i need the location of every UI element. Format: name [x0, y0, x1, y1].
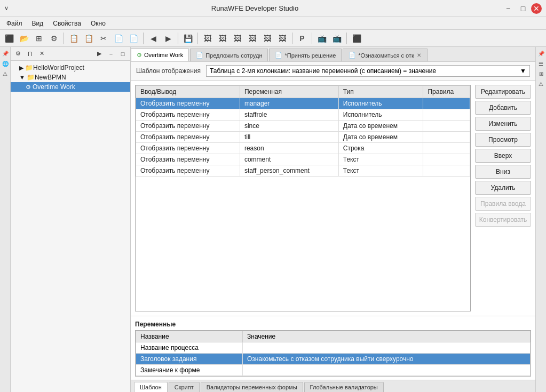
- lp-icon-1[interactable]: ⚙: [13, 49, 23, 59]
- bottom-tab-var-validators[interactable]: Валидаторы переменных формы: [201, 382, 303, 392]
- maximize-button[interactable]: □: [516, 3, 530, 14]
- bottom-tab-template[interactable]: Шаблон: [134, 382, 168, 392]
- lp-icon-3[interactable]: ✕: [36, 49, 47, 59]
- left-icon-2[interactable]: 🌐: [1, 59, 10, 68]
- tab-overtime-work[interactable]: ⚙ Overtime Work: [131, 49, 189, 61]
- cell-rules: [423, 121, 470, 132]
- tb-save[interactable]: 💾: [181, 31, 195, 45]
- cell-rules: [423, 154, 470, 165]
- tree-label-hello-world: HelloWorldProject: [33, 64, 84, 71]
- tab-bar: ⚙ Overtime Work 📄 Предложить сотрудн 📄 *…: [131, 47, 535, 62]
- data-table-row[interactable]: Отобразить переменну till Дата со времен…: [136, 132, 470, 143]
- cell-variable: manager: [240, 98, 338, 109]
- tab-accept-decision[interactable]: 📄 *Принять решение: [269, 49, 342, 61]
- tree-item-new-bpmn[interactable]: ▼ 📁 NewBPMN: [11, 73, 130, 82]
- btn-delete[interactable]: Удалить: [475, 181, 531, 195]
- tb-img4[interactable]: 🖼: [246, 31, 259, 45]
- lp-icon-pin[interactable]: ▶: [94, 49, 105, 59]
- left-icon-3[interactable]: ⚠: [1, 69, 10, 78]
- tb-monitor2[interactable]: 📺: [330, 31, 344, 45]
- tab-label-4: *Ознакомиться с отк: [358, 52, 414, 59]
- template-row: Шаблон отображения Таблица с 2-мя колонк…: [131, 62, 535, 81]
- tree-icon-folder-2: 📁: [27, 74, 35, 81]
- tree-label-new-bpmn: NewBPMN: [35, 74, 66, 81]
- tab-close-4[interactable]: ✕: [416, 52, 422, 58]
- var-table-row[interactable]: Заголовок задания Ознакомьтесь с отказом…: [136, 354, 531, 365]
- menu-file[interactable]: Файл: [2, 19, 27, 28]
- tb-img2[interactable]: 🖼: [216, 31, 230, 45]
- bottom-tab-global-validators[interactable]: Глобальные валидаторы: [304, 382, 384, 392]
- cell-io: Отобразить переменну: [136, 154, 240, 165]
- btn-up[interactable]: Вверх: [475, 149, 531, 163]
- tb-cut[interactable]: ✂: [97, 31, 110, 45]
- tb-open[interactable]: 📂: [17, 31, 31, 45]
- collapse-icon[interactable]: ∨: [4, 5, 9, 12]
- tb-copy1[interactable]: 📋: [67, 31, 81, 45]
- data-table-row[interactable]: Отобразить переменну staffrole Исполните…: [136, 109, 470, 121]
- col-header-variable: Переменная: [240, 86, 338, 98]
- tree-icon-folder-1: 📁: [25, 64, 33, 71]
- tb-sep-7: [346, 33, 347, 44]
- lp-icon-2[interactable]: П: [25, 49, 35, 59]
- tab-propose-employee[interactable]: 📄 Предложить сотрудн: [190, 49, 268, 61]
- side-icon-warning[interactable]: ⚠: [537, 79, 545, 88]
- tb-redo[interactable]: ▶: [161, 31, 175, 45]
- tb-img1[interactable]: 🖼: [201, 31, 215, 45]
- tb-p[interactable]: P: [295, 31, 309, 45]
- tb-sep-5: [292, 33, 292, 44]
- menu-properties[interactable]: Свойства: [49, 19, 85, 28]
- tb-grid[interactable]: ⊞: [32, 31, 46, 45]
- template-select[interactable]: Таблица с 2-мя колонками: название перем…: [206, 65, 530, 77]
- tb-undo[interactable]: ◀: [146, 31, 160, 45]
- menu-bar: Файл Вид Свойства Окно: [0, 17, 546, 30]
- data-table-row[interactable]: Отобразить переменну reason Строка: [136, 143, 470, 154]
- tb-sep-1: [64, 33, 64, 44]
- tb-img6[interactable]: 🖼: [275, 31, 289, 45]
- var-cell-value: Ознакомьтесь с отказом сотрудника выйти …: [243, 354, 531, 365]
- bottom-tab-script[interactable]: Скрипт: [169, 382, 200, 392]
- side-icon-grid[interactable]: ⊞: [537, 69, 545, 78]
- close-button[interactable]: ✕: [531, 3, 542, 14]
- lp-icon-max[interactable]: □: [117, 49, 128, 59]
- tb-settings[interactable]: ⚙: [47, 31, 61, 45]
- var-table-row[interactable]: Замечание к форме: [136, 365, 531, 376]
- left-icon-1[interactable]: 📌: [1, 49, 10, 58]
- tree-item-hello-world[interactable]: ▶ 📁 HelloWorldProject: [11, 63, 130, 73]
- var-table-row[interactable]: Название процесса: [136, 342, 531, 354]
- btn-add[interactable]: Добавить: [475, 101, 531, 115]
- tb-paste2[interactable]: 📄: [126, 31, 140, 45]
- window-controls: − □ ✕: [501, 3, 542, 14]
- tb-img5[interactable]: 🖼: [260, 31, 274, 45]
- cell-rules: [423, 143, 470, 154]
- tb-copy2[interactable]: 📋: [82, 31, 96, 45]
- tb-img3[interactable]: 🖼: [231, 31, 244, 45]
- minimize-button[interactable]: −: [501, 3, 515, 14]
- table-section: Ввод/Вывод Переменная Тип Правила Отобра…: [131, 81, 535, 316]
- var-col-name: Название: [136, 331, 243, 342]
- menu-view[interactable]: Вид: [28, 19, 48, 28]
- data-table-row[interactable]: Отобразить переменну staff_person_commen…: [136, 165, 470, 177]
- data-table-row[interactable]: Отобразить переменну manager Исполнитель: [136, 98, 470, 109]
- tree-item-overtime-work[interactable]: ⚙ Overtime Work: [11, 82, 130, 92]
- menu-window[interactable]: Окно: [86, 19, 110, 28]
- tab-label-2: Предложить сотрудн: [205, 52, 262, 59]
- tb-monitor1[interactable]: 📺: [315, 31, 329, 45]
- lp-icon-min[interactable]: −: [106, 49, 116, 59]
- col-header-type: Тип: [338, 86, 423, 98]
- editor-area: ⚙ Overtime Work 📄 Предложить сотрудн 📄 *…: [131, 47, 535, 392]
- data-table-row[interactable]: Отобразить переменну comment Текст: [136, 154, 470, 165]
- variables-title: Переменные: [135, 319, 531, 330]
- side-icon-pin[interactable]: 📌: [537, 49, 545, 58]
- side-icon-list[interactable]: ☰: [537, 59, 545, 68]
- data-table-row[interactable]: Отобразить переменну since Дата со време…: [136, 121, 470, 132]
- tb-extra[interactable]: ⬛: [350, 31, 363, 45]
- btn-edit[interactable]: Редактировать: [475, 85, 531, 99]
- btn-down[interactable]: Вниз: [475, 165, 531, 179]
- tb-new[interactable]: ⬛: [2, 31, 16, 45]
- btn-change[interactable]: Изменить: [475, 117, 531, 131]
- cell-type: Текст: [338, 165, 423, 177]
- btn-preview[interactable]: Просмотр: [475, 133, 531, 147]
- tab-familiarize[interactable]: 📄 *Ознакомиться с отк ✕: [343, 49, 427, 61]
- tree-expand-icon-1: ▶: [19, 65, 23, 71]
- tb-paste1[interactable]: 📄: [112, 31, 125, 45]
